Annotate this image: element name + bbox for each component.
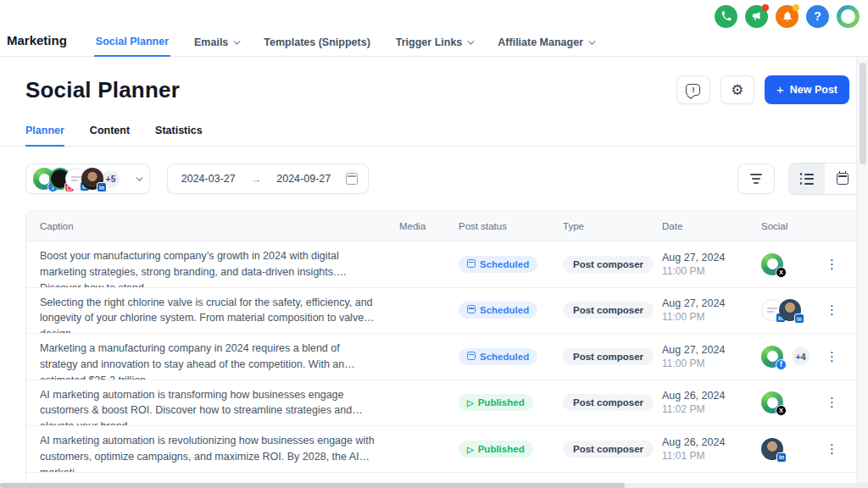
row-menu-button[interactable]: ⋮ (819, 301, 845, 319)
page-header: Social Planner ! ⚙ + New Post (0, 75, 868, 104)
woman-photo-avatar: in (81, 168, 103, 190)
post-date: Aug 26, 202411:01 PM (662, 436, 761, 462)
tab-planner[interactable]: Planner (25, 125, 64, 147)
linkedin-badge-icon: in (794, 313, 804, 324)
row-menu-button[interactable]: ⋮ (819, 393, 845, 411)
calendar-icon (346, 173, 358, 185)
col-caption: Caption (26, 221, 399, 231)
col-post-status: Post status (459, 221, 563, 231)
nav-item-affiliate-manager[interactable]: Affiliate Manager (496, 29, 595, 57)
status-badge: Scheduled (459, 302, 537, 319)
gear-icon: ⚙ (731, 83, 743, 97)
social-overflow-badge: +4 (791, 347, 810, 366)
feedback-button[interactable]: ! (676, 75, 710, 104)
tab-statistics[interactable]: Statistics (155, 125, 203, 146)
page-title: Social Planner (25, 77, 180, 103)
post-caption: Boost your manufacturing company’s growt… (26, 241, 399, 287)
brand-ring-avatar: X (761, 253, 783, 275)
table-row[interactable]: Selecting the right chlorine valve is cr… (26, 288, 860, 335)
type-badge: Post composer (563, 348, 654, 365)
table-body: Boost your manufacturing company’s growt… (26, 241, 860, 488)
list-icon (800, 173, 815, 185)
table-header: Caption Media Post status Type Date Soci… (26, 211, 860, 241)
status-icon: ▷ (467, 397, 474, 408)
post-date: Aug 26, 202411:02 PM (662, 390, 761, 415)
post-date: Aug 27, 202411:00 PM (662, 297, 761, 323)
nav-item-templates[interactable]: Templates (Snippets) (262, 29, 371, 57)
new-post-button[interactable]: + New Post (765, 75, 849, 104)
post-social-accounts: inin (761, 299, 814, 321)
nav-item-social-planner[interactable]: Social Planner (94, 29, 170, 57)
chevron-down-icon (233, 37, 240, 44)
post-caption: AI marketing automation is transforming … (26, 380, 399, 426)
view-toggle (788, 163, 861, 195)
post-social-accounts: X (761, 253, 814, 275)
post-date: Aug 27, 202411:00 PM (662, 252, 761, 277)
status-icon (467, 352, 476, 362)
scrollbar-thumb[interactable] (860, 63, 866, 164)
date-from-input[interactable]: 2024-03-27 (178, 173, 239, 185)
nav-item-emails[interactable]: Emails (192, 29, 240, 57)
x-badge-icon: X (776, 405, 787, 416)
status-badge: ▷Published (459, 441, 533, 458)
col-date: Date (662, 221, 761, 231)
marketing-nav: Marketing Social Planner Emails Template… (0, 29, 868, 57)
calendar-view-button[interactable] (825, 164, 860, 194)
help-question-icon[interactable]: ? (806, 5, 829, 28)
man-photo-avatar: in (761, 438, 783, 460)
brand-ring-avatar: f (761, 346, 783, 368)
x-badge-icon: X (776, 267, 787, 278)
row-menu-button[interactable]: ⋮ (819, 440, 845, 458)
facebook-badge-icon: f (776, 359, 787, 370)
table-row[interactable]: AI marketing automation is revolutionizi… (26, 426, 860, 473)
feedback-bubble-icon: ! (686, 84, 700, 96)
post-date: Aug 27, 202411:00 PM (662, 344, 761, 369)
chevron-down-icon (588, 37, 595, 44)
post-caption: Selecting the right chlorine valve is cr… (26, 288, 399, 334)
post-social-accounts: in (761, 438, 814, 460)
tab-content[interactable]: Content (90, 125, 130, 146)
section-title: Marketing (7, 29, 67, 47)
calendar-icon (837, 173, 849, 185)
table-row[interactable]: AI marketing automation is transforming … (26, 380, 860, 427)
status-badge: Scheduled (459, 348, 537, 365)
settings-button[interactable]: ⚙ (721, 75, 754, 104)
announcements-megaphone-icon[interactable] (745, 5, 768, 28)
plus-icon: + (776, 82, 784, 97)
date-to-input[interactable]: 2024-09-27 (274, 173, 335, 185)
linkedin-badge-icon: in (776, 452, 787, 463)
type-badge: Post composer (563, 441, 654, 458)
nav-item-trigger-links[interactable]: Trigger Links (394, 29, 475, 57)
date-range-picker[interactable]: 2024-03-27 → 2024-09-27 (167, 164, 369, 194)
scrollbar-thumb[interactable] (0, 483, 625, 488)
status-icon (467, 305, 476, 315)
list-view-button[interactable] (789, 164, 825, 194)
posts-table: Caption Media Post status Type Date Soci… (25, 210, 861, 488)
post-caption: Marketing a manufacturing company in 202… (26, 334, 399, 380)
post-caption: AI marketing automation is revolutionizi… (26, 426, 399, 472)
notifications-bell-icon[interactable] (776, 5, 798, 28)
top-icon-bar: ? (0, 0, 868, 29)
row-menu-button[interactable]: ⋮ (819, 347, 845, 365)
avatar-ring-center (841, 9, 855, 24)
accounts-filter[interactable]: finin +5 (25, 164, 150, 194)
filter-row: finin +5 2024-03-27 → 2024-09-27 (0, 163, 868, 195)
row-menu-button[interactable]: ⋮ (819, 255, 845, 273)
type-badge: Post composer (563, 394, 654, 411)
account-avatars: finin (33, 168, 97, 190)
table-row[interactable]: Boost your manufacturing company’s growt… (26, 241, 860, 288)
vertical-scrollbar[interactable] (856, 58, 868, 483)
filter-icon (750, 174, 762, 175)
status-icon: ▷ (467, 444, 474, 454)
notification-dot (762, 4, 769, 11)
col-social: Social (761, 221, 814, 231)
account-avatar[interactable] (837, 5, 860, 28)
horizontal-scrollbar[interactable] (0, 483, 868, 488)
table-row[interactable]: Marketing a manufacturing company in 202… (26, 334, 860, 380)
col-type: Type (563, 221, 662, 231)
post-social-accounts: X (761, 391, 814, 413)
filter-sort-button[interactable] (737, 164, 775, 194)
phone-icon[interactable] (715, 5, 737, 28)
status-badge: Scheduled (459, 256, 537, 273)
post-social-accounts: f+4 (761, 346, 814, 368)
